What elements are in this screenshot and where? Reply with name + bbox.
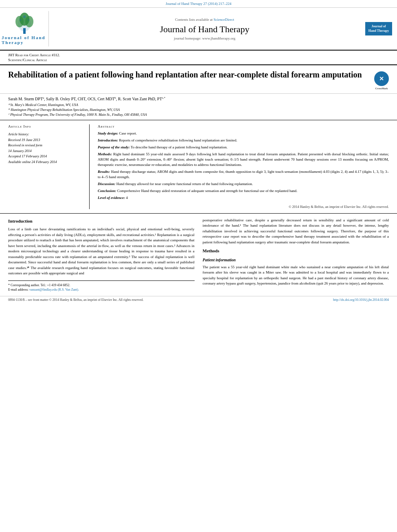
article-info-header: Article Info xyxy=(8,124,83,128)
corresponding-label: * Corresponding author. Tel.: +1 419 434… xyxy=(8,283,195,287)
introduction-body: Loss of a limb can have devastating rami… xyxy=(8,227,195,276)
abstract-level: Level of evidence: 4 xyxy=(98,195,389,201)
purpose-label: Purpose of the study: xyxy=(98,145,130,149)
elsevier-wordmark: Journal of Hand Therapy xyxy=(2,35,47,45)
page-footer: 0894-1130/$ – see front matter © 2014 Ha… xyxy=(0,296,397,303)
results-value: Hand therapy discharge status; AROM digi… xyxy=(98,170,389,179)
elsevier-logo: Journal of Hand Therapy xyxy=(2,13,47,45)
intro-value: Reports of comprehensive rehabilitation … xyxy=(119,138,237,142)
footer-doi[interactable]: http://dx.doi.org/10.1016/j.jht.2014.02.… xyxy=(333,298,389,302)
svg-point-7 xyxy=(20,19,21,21)
conclusion-label: Conclusion: xyxy=(98,189,116,193)
abstract-header: Abstract xyxy=(98,124,389,128)
abstract-conclusion: Conclusion: Comprehensive Hand therapy a… xyxy=(98,188,389,194)
received-revised-date: 14 January 2014 xyxy=(8,148,83,154)
right-col-intro-body: postoperative rehabilitative care, despi… xyxy=(203,218,389,245)
footnote-corresponding: * Corresponding author. Tel.: +1 419 434… xyxy=(8,283,195,292)
elsevier-logo-area: Journal of Hand Therapy xyxy=(0,11,49,46)
level-label: Level of evidence: xyxy=(98,196,125,200)
abstract-study-design: Study design: Case report. xyxy=(98,131,389,136)
article-history: Article history: Received 19 June 2013 R… xyxy=(8,132,83,165)
banner-text: Journal of Hand Therapy 27 (2014) 217–22… xyxy=(166,2,231,6)
patient-info-subheading: Patient information xyxy=(203,257,389,263)
journal-banner: Journal of Hand Therapy 27 (2014) 217–22… xyxy=(0,0,397,8)
level-value: 4 xyxy=(126,196,128,200)
abstract-discussion: Discussion: Hand therapy allowed for nea… xyxy=(98,181,389,187)
study-design-label: Study design: xyxy=(98,131,118,135)
article-meta-bar: JHT Read for Credit Article #312. Scient… xyxy=(0,51,397,65)
accepted-label: Accepted 17 February 2014 xyxy=(8,154,83,159)
svg-point-5 xyxy=(20,13,29,26)
history-label: Article history: xyxy=(8,132,83,137)
email-line: E-mail address: vanzant@findlay.edu (R.S… xyxy=(8,287,195,292)
abstract-intro: Introduction: Reports of comprehensive r… xyxy=(98,138,389,143)
intro-label: Introduction: xyxy=(98,138,118,142)
authors-line: Sarah M. Sturm DPTa, Sally B. Oxley PT, … xyxy=(8,96,389,101)
abstract-text: Study design: Case report. Introduction:… xyxy=(98,131,389,209)
study-design-value: Case report. xyxy=(119,131,137,135)
author-affiliations: ᵃ St. Mary's Medical Center, Huntington,… xyxy=(8,103,389,117)
affiliation-a: ᵃ St. Mary's Medical Center, Huntington,… xyxy=(8,103,389,108)
abstract-results: Results: Hand therapy discharge status; … xyxy=(98,169,389,180)
abstract-section: Article Info Article history: Received 1… xyxy=(0,120,397,214)
email-label: E-mail address: xyxy=(8,288,29,291)
crossmark-label: CrossMark xyxy=(374,87,389,90)
sciencedirect-link[interactable]: ScienceDirect xyxy=(214,18,234,22)
conclusion-value: Comprehensive Hand therapy aided restora… xyxy=(117,189,298,193)
elsevier-tree-icon xyxy=(12,13,37,35)
purpose-value: To describe hand therapy of a patient fo… xyxy=(131,145,228,149)
body-right-col: postoperative rehabilitative care, despi… xyxy=(203,218,389,292)
methods-label: Methods: xyxy=(98,152,112,156)
journal-header-center: Contents lists available at ScienceDirec… xyxy=(49,11,360,46)
svg-point-6 xyxy=(23,15,26,18)
article-title-section: Rehabilitation of a patient following ha… xyxy=(0,65,397,94)
article-title: Rehabilitation of a patient following ha… xyxy=(8,69,370,80)
body-section: Introduction Loss of a limb can have dev… xyxy=(0,214,397,296)
methods-value: Right hand dominant 55 year-old male ass… xyxy=(98,152,389,167)
affiliation-c: ᶜ Physical Therapy Program, The Universi… xyxy=(8,113,389,117)
discussion-label: Discussion: xyxy=(98,182,116,186)
abstract-col: Abstract Study design: Case report. Intr… xyxy=(98,124,389,209)
available-label: Available online 24 February 2014 xyxy=(8,159,83,165)
abstract-methods: Methods: Right hand dominant 55 year-old… xyxy=(98,152,389,168)
email-address: vanzant@findlay.edu (R.S. Van Zant). xyxy=(29,288,79,291)
footnote-separator: * Corresponding author. Tel.: +1 419 434… xyxy=(8,280,195,292)
received-revised-label: Received in revised form xyxy=(8,143,83,148)
affiliation-b: ᵇ Huntington Physical Therapy Rehabilita… xyxy=(8,108,389,113)
results-label: Results: xyxy=(98,170,110,174)
sciencedirect-label: Contents lists available at ScienceDirec… xyxy=(175,18,234,22)
discussion-value: Hand therapy allowed for near complete f… xyxy=(116,182,253,186)
introduction-heading: Introduction xyxy=(8,218,195,225)
methods-body: The patient was a 55 year-old right hand… xyxy=(203,265,389,287)
scientific-article-label: Scientific/Clinical Article xyxy=(8,58,389,62)
methods-heading: Methods xyxy=(203,247,389,254)
abstract-purpose: Purpose of the study: To describe hand t… xyxy=(98,145,389,150)
journal-header: Journal of Hand Therapy Contents lists a… xyxy=(0,8,397,51)
body-left-col: Introduction Loss of a limb can have dev… xyxy=(8,218,195,292)
crossmark-icon: ✕ xyxy=(374,71,389,86)
journal-logo-right: Journal ofHand Therapy xyxy=(360,11,397,46)
footer-issn: 0894-1130/$ – see front matter © 2014 Ha… xyxy=(8,298,143,302)
journal-logo-box: Journal ofHand Therapy xyxy=(365,22,392,35)
received-label: Received 19 June 2013 xyxy=(8,137,83,143)
svg-point-8 xyxy=(28,19,29,21)
journal-homepage: journal homepage: www.jhandtherapy.org xyxy=(174,36,235,40)
authors-section: Sarah M. Sturm DPTa, Sally B. Oxley PT, … xyxy=(0,94,397,120)
crossmark-badge: ✕ CrossMark xyxy=(374,71,389,90)
article-info-col: Article Info Article history: Received 1… xyxy=(8,124,90,209)
journal-title: Journal of Hand Therapy xyxy=(160,24,249,35)
copyright-line: © 2014 Hanley & Belfus, an imprint of El… xyxy=(98,204,389,209)
jht-read-label: JHT Read for Credit Article #312. xyxy=(8,53,389,57)
